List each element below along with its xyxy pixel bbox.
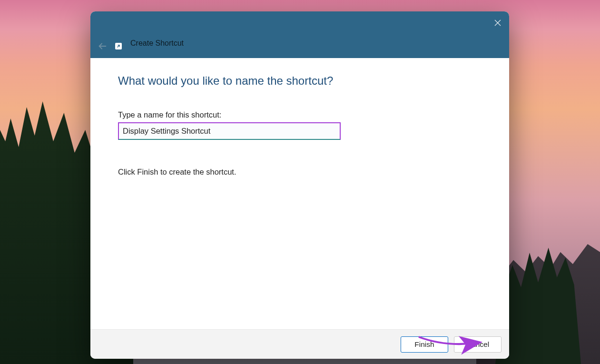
shortcut-name-input[interactable] xyxy=(119,123,340,139)
close-button[interactable] xyxy=(486,11,509,34)
shortcut-name-label: Type a name for this shortcut: xyxy=(118,110,482,119)
create-shortcut-dialog: Create Shortcut What would you like to n… xyxy=(90,11,509,359)
shortcut-name-input-highlight xyxy=(118,122,341,140)
dialog-heading: What would you like to name the shortcut… xyxy=(118,74,482,88)
dialog-title: Create Shortcut xyxy=(130,39,184,48)
dialog-instruction: Click Finish to create the shortcut. xyxy=(118,167,482,177)
shortcut-overlay-icon xyxy=(115,43,122,49)
dialog-footer: Finish Cancel xyxy=(90,329,509,359)
cancel-button[interactable]: Cancel xyxy=(454,336,502,353)
back-arrow-icon xyxy=(97,41,108,51)
finish-button[interactable]: Finish xyxy=(401,336,448,353)
dialog-content: What would you like to name the shortcut… xyxy=(90,58,509,329)
dialog-titlebar: Create Shortcut xyxy=(90,11,509,58)
